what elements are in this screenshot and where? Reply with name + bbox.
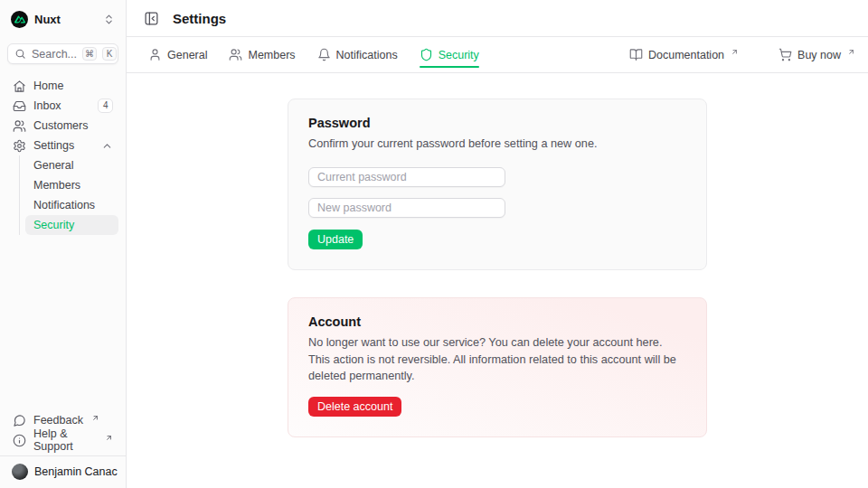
external-link-icon xyxy=(847,48,855,56)
external-link-icon xyxy=(91,414,99,422)
buy-now-link[interactable]: Buy now xyxy=(778,48,855,61)
account-card-description: No longer want to use our service? You c… xyxy=(308,334,681,384)
tab-general[interactable]: General xyxy=(148,37,207,72)
tab-members[interactable]: Members xyxy=(229,37,295,72)
password-card-description: Confirm your current password before set… xyxy=(308,136,686,152)
users-icon xyxy=(13,119,26,133)
password-card-title: Password xyxy=(308,116,686,130)
search-placeholder: Search... xyxy=(32,48,77,61)
password-card: Password Confirm your current password b… xyxy=(288,99,707,270)
delete-account-button[interactable]: Delete account xyxy=(308,397,401,417)
user-menu[interactable]: Benjamin Canac xyxy=(7,461,118,483)
sidebar-toggle-icon[interactable] xyxy=(141,8,162,29)
sidebar-item-general[interactable]: General xyxy=(25,155,118,175)
top-link-label: Buy now xyxy=(797,49,841,61)
sidebar-nav: Home Inbox 4 Customers Settings xyxy=(7,76,118,235)
external-link-icon xyxy=(731,48,739,56)
shield-icon xyxy=(420,48,433,61)
page-title: Settings xyxy=(173,11,226,26)
tab-label: Notifications xyxy=(336,49,398,61)
sidebar-item-inbox[interactable]: Inbox 4 xyxy=(7,96,118,116)
info-circle-icon xyxy=(13,434,26,447)
user-name: Benjamin Canac xyxy=(34,465,118,478)
sidebar-item-label: General xyxy=(33,159,73,172)
nuxt-logo-icon xyxy=(11,11,28,28)
users-icon xyxy=(229,48,242,61)
tab-label: General xyxy=(167,49,207,61)
home-icon xyxy=(13,80,26,93)
sidebar-item-label: Settings xyxy=(33,139,74,152)
update-button[interactable]: Update xyxy=(308,230,363,249)
inbox-count-badge: 4 xyxy=(98,99,113,113)
footer-link-label: Feedback xyxy=(33,414,83,427)
tab-notifications[interactable]: Notifications xyxy=(317,37,398,72)
top-link-label: Documentation xyxy=(648,49,724,61)
tab-label: Members xyxy=(248,49,295,61)
content-area: Password Confirm your current password b… xyxy=(127,73,868,488)
current-password-field[interactable] xyxy=(308,167,505,187)
sidebar-spacer xyxy=(0,235,126,410)
help-support-link[interactable]: Help & Support xyxy=(7,430,118,450)
sidebar-item-label: Security xyxy=(33,219,74,231)
tab-security[interactable]: Security xyxy=(420,37,479,72)
inbox-icon xyxy=(13,99,26,113)
search-icon xyxy=(14,48,26,60)
sidebar-item-label: Inbox xyxy=(33,99,61,112)
team-name: Nuxt xyxy=(34,13,61,26)
user-icon xyxy=(148,48,162,61)
message-circle-icon xyxy=(13,414,26,427)
sidebar-item-label: Customers xyxy=(33,119,88,132)
bell-icon xyxy=(317,48,331,61)
external-link-icon xyxy=(105,434,113,442)
search-input[interactable]: Search... ⌘ K xyxy=(7,43,118,64)
sidebar-item-security[interactable]: Security xyxy=(25,215,118,235)
tab-bar: General Members Notifications Security xyxy=(127,37,868,73)
kbd-k: K xyxy=(102,47,117,61)
chevrons-up-down-icon xyxy=(103,14,115,25)
gear-icon xyxy=(13,139,26,153)
book-open-icon xyxy=(629,48,643,61)
new-password-field[interactable] xyxy=(308,198,505,218)
page-header: Settings xyxy=(127,0,868,37)
sidebar-item-label: Notifications xyxy=(33,199,95,211)
main-area: Settings General Members Notifications S… xyxy=(127,0,868,488)
tab-label: Security xyxy=(439,49,479,61)
documentation-link[interactable]: Documentation xyxy=(629,48,739,61)
chevron-up-icon xyxy=(101,140,113,152)
footer-link-label: Help & Support xyxy=(33,427,97,453)
sidebar-item-notifications[interactable]: Notifications xyxy=(25,195,118,215)
sidebar: Nuxt Search... ⌘ K Home Inbox 4 xyxy=(0,0,127,488)
avatar xyxy=(12,464,28,480)
sidebar-item-members[interactable]: Members xyxy=(25,175,118,195)
account-card-title: Account xyxy=(308,314,686,329)
account-card: Account No longer want to use our servic… xyxy=(288,297,707,436)
sidebar-item-customers[interactable]: Customers xyxy=(7,116,118,136)
team-selector[interactable]: Nuxt xyxy=(7,8,118,31)
sidebar-item-settings[interactable]: Settings xyxy=(7,136,118,155)
sidebar-footer: Feedback Help & Support xyxy=(7,410,118,450)
settings-sub-list: General Members Notifications Security xyxy=(19,155,118,235)
kbd-meta: ⌘ xyxy=(82,47,97,61)
sidebar-item-label: Home xyxy=(33,80,63,92)
shopping-cart-icon xyxy=(778,48,792,61)
sidebar-item-home[interactable]: Home xyxy=(7,76,118,96)
sidebar-item-label: Members xyxy=(33,179,80,192)
sidebar-divider xyxy=(0,455,126,456)
